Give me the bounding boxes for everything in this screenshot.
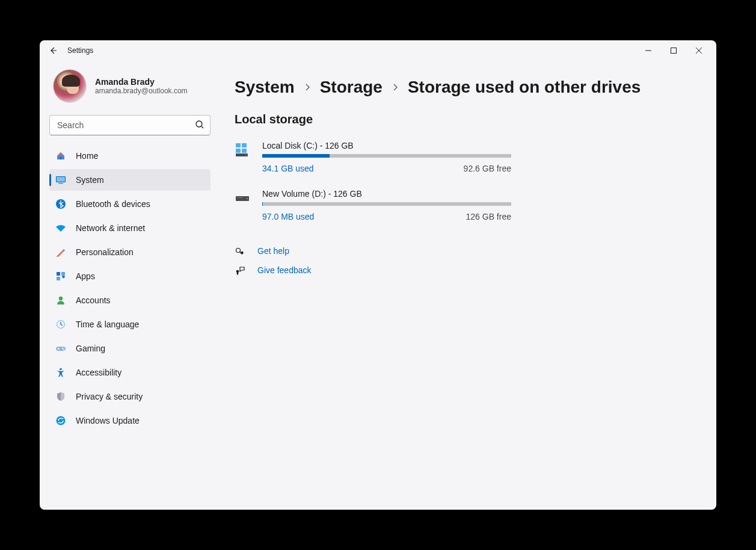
- sidebar-item-label: Accessibility: [76, 368, 121, 377]
- drive-windows-icon: [235, 141, 253, 173]
- nav: Home System Bluetooth & devices: [49, 145, 211, 431]
- disk-list: Local Disk (C:) - 126 GB 34.1 GB used 92…: [235, 141, 511, 221]
- sidebar-item-label: Privacy & security: [76, 392, 143, 401]
- close-icon: [696, 48, 702, 54]
- minimize-icon: [645, 48, 651, 54]
- sidebar-item-home[interactable]: Home: [49, 145, 211, 167]
- give-feedback-link[interactable]: Give feedback: [257, 265, 312, 275]
- network-icon: [55, 223, 66, 233]
- svg-text:?: ?: [242, 252, 243, 255]
- svg-rect-22: [236, 149, 241, 153]
- sidebar-item-apps[interactable]: Apps: [49, 265, 211, 287]
- sidebar-item-label: Personalization: [76, 247, 134, 257]
- svg-rect-4: [57, 177, 65, 182]
- window-title: Settings: [67, 46, 93, 55]
- disk-row-c[interactable]: Local Disk (C:) - 126 GB 34.1 GB used 92…: [235, 141, 511, 173]
- svg-point-18: [60, 368, 62, 371]
- feedback-icon: [235, 265, 245, 276]
- svg-rect-23: [242, 149, 247, 153]
- system-icon: [55, 175, 66, 185]
- close-button[interactable]: [686, 42, 711, 60]
- maximize-icon: [671, 48, 677, 54]
- svg-point-17: [63, 349, 64, 350]
- accessibility-icon: [55, 367, 66, 378]
- storage-bar-fill: [262, 154, 330, 158]
- svg-rect-0: [671, 48, 677, 54]
- svg-rect-8: [61, 272, 65, 276]
- disk-free: 92.6 GB free: [464, 164, 511, 173]
- svg-point-27: [247, 198, 248, 199]
- svg-rect-2: [60, 157, 62, 159]
- search-input[interactable]: [49, 115, 211, 135]
- storage-bar: [262, 154, 511, 158]
- main-content: System Storage Storage used on other dri…: [220, 61, 716, 510]
- sidebar-item-accounts[interactable]: Accounts: [49, 289, 211, 311]
- svg-point-1: [196, 121, 202, 127]
- disk-label: New Volume (D:) - 126 GB: [262, 189, 511, 199]
- svg-point-16: [62, 348, 63, 349]
- svg-rect-11: [63, 276, 64, 279]
- sidebar-item-label: Apps: [76, 271, 95, 281]
- chevron-right-icon: [303, 83, 312, 91]
- home-icon: [55, 150, 66, 161]
- svg-rect-7: [57, 272, 60, 276]
- sidebar-item-personalization[interactable]: Personalization: [49, 241, 211, 263]
- sidebar-item-label: Network & internet: [76, 223, 145, 233]
- profile-card[interactable]: Amanda Brady amanda.brady@outlook.com: [49, 61, 211, 115]
- svg-rect-33: [237, 273, 238, 275]
- breadcrumb-system[interactable]: System: [235, 78, 295, 97]
- get-help-link[interactable]: Get help: [257, 246, 289, 256]
- sidebar-item-time[interactable]: Time & language: [49, 314, 211, 335]
- svg-rect-15: [56, 347, 66, 351]
- titlebar: Settings: [40, 40, 716, 61]
- sidebar: Amanda Brady amanda.brady@outlook.com Ho…: [40, 61, 220, 510]
- apps-icon: [55, 271, 66, 282]
- section-title: Local storage: [235, 113, 692, 126]
- sidebar-item-label: System: [76, 175, 104, 185]
- back-button[interactable]: [45, 42, 63, 60]
- minimize-button[interactable]: [636, 42, 661, 60]
- breadcrumb-storage[interactable]: Storage: [320, 78, 383, 97]
- chevron-right-icon: [391, 83, 399, 91]
- sidebar-item-update[interactable]: Windows Update: [49, 410, 211, 431]
- storage-bar: [262, 202, 511, 206]
- drive-hdd-icon: [235, 189, 253, 221]
- settings-window: Settings Amanda Brady amanda.brady@outlo…: [40, 40, 716, 510]
- sidebar-item-label: Home: [76, 151, 98, 161]
- disk-row-d[interactable]: New Volume (D:) - 126 GB 97.0 MB used 12…: [235, 189, 511, 221]
- gaming-icon: [55, 343, 66, 354]
- sidebar-item-system[interactable]: System: [49, 169, 211, 191]
- profile-email: amanda.brady@outlook.com: [95, 87, 188, 95]
- disk-used: 97.0 MB used: [262, 212, 314, 221]
- svg-point-25: [245, 155, 247, 156]
- avatar: [53, 69, 87, 103]
- maximize-button[interactable]: [661, 42, 686, 60]
- search-box: [49, 115, 211, 135]
- get-help-row: ? Get help: [235, 246, 692, 256]
- svg-point-19: [57, 416, 66, 425]
- sidebar-item-accessibility[interactable]: Accessibility: [49, 362, 211, 383]
- svg-rect-9: [57, 277, 60, 280]
- update-icon: [55, 415, 66, 426]
- disk-used: 34.1 GB used: [262, 164, 314, 173]
- sidebar-item-bluetooth[interactable]: Bluetooth & devices: [49, 193, 211, 215]
- give-feedback-row: Give feedback: [235, 265, 692, 276]
- bluetooth-icon: [55, 199, 66, 209]
- sidebar-item-privacy[interactable]: Privacy & security: [49, 386, 211, 407]
- sidebar-item-label: Windows Update: [76, 416, 140, 425]
- svg-rect-20: [236, 143, 241, 147]
- accounts-icon: [55, 295, 66, 306]
- svg-rect-21: [242, 143, 247, 147]
- help-icon: ?: [235, 246, 245, 256]
- privacy-icon: [55, 391, 66, 402]
- sidebar-item-label: Bluetooth & devices: [76, 199, 150, 209]
- breadcrumb-current: Storage used on other drives: [408, 78, 641, 97]
- sidebar-item-network[interactable]: Network & internet: [49, 217, 211, 239]
- svg-rect-5: [58, 183, 63, 184]
- breadcrumb: System Storage Storage used on other dri…: [235, 78, 692, 97]
- sidebar-item-label: Accounts: [76, 295, 111, 305]
- svg-rect-28: [237, 197, 243, 198]
- profile-name: Amanda Brady: [95, 77, 188, 87]
- disk-free: 126 GB free: [466, 212, 512, 221]
- sidebar-item-gaming[interactable]: Gaming: [49, 338, 211, 359]
